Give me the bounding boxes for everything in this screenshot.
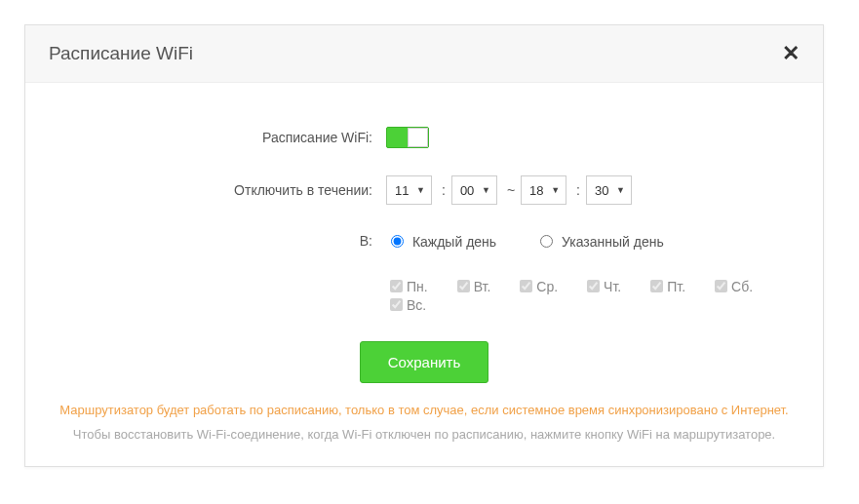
modal-header: Расписание WiFi ✕ — [25, 25, 823, 83]
day-mon[interactable]: Пн. — [386, 277, 428, 295]
toggle-knob — [408, 128, 428, 147]
day-tue-checkbox[interactable] — [457, 280, 470, 292]
close-icon[interactable]: ✕ — [782, 43, 800, 64]
day-mon-checkbox[interactable] — [390, 280, 403, 292]
note-restore-tip: Чтобы восстановить Wi-Fi-соединение, ког… — [55, 427, 794, 442]
day-wed[interactable]: Ср. — [516, 277, 558, 295]
radio-selected-day-label: Указанный день — [562, 234, 664, 250]
radio-selected-day-input[interactable] — [540, 235, 553, 248]
day-wed-checkbox[interactable] — [520, 280, 532, 292]
schedule-label: Расписание WiFi: — [55, 130, 386, 145]
radio-every-day[interactable]: Каждый день — [386, 232, 496, 250]
modal-body: Расписание WiFi: Отключить в течении: 11… — [25, 83, 823, 466]
row-schedule-toggle: Расписание WiFi: — [55, 127, 794, 148]
from-min-select[interactable]: 00 — [451, 175, 497, 205]
save-button[interactable]: Сохранить — [360, 341, 489, 383]
modal-title: Расписание WiFi — [49, 43, 193, 64]
row-save: Сохранить — [55, 341, 794, 383]
radio-selected-day[interactable]: Указанный день — [535, 232, 664, 250]
day-tue[interactable]: Вт. — [453, 277, 491, 295]
day-sat-checkbox[interactable] — [715, 280, 727, 292]
radio-every-day-input[interactable] — [391, 235, 404, 248]
to-hour-select[interactable]: 18 — [521, 175, 566, 205]
to-min-select[interactable]: 30 — [586, 175, 632, 205]
disable-during-label: Отключить в течении: — [55, 182, 386, 198]
day-fri-checkbox[interactable] — [650, 280, 663, 292]
from-hour-select[interactable]: 11 — [386, 175, 432, 205]
day-thu[interactable]: Чт. — [583, 277, 621, 295]
day-thu-checkbox[interactable] — [587, 280, 600, 292]
day-sun[interactable]: Вс. — [386, 295, 426, 314]
schedule-toggle[interactable] — [386, 127, 429, 148]
note-sync-warning: Маршрутизатор будет работать по расписан… — [55, 403, 794, 417]
day-fri[interactable]: Пт. — [646, 277, 685, 295]
row-days: Пн. Вт. Ср. Чт. Пт. Сб. Вс. — [55, 277, 794, 314]
time-colon-2: : — [576, 182, 580, 198]
wifi-schedule-modal: Расписание WiFi ✕ Расписание WiFi: Отклю… — [24, 24, 824, 467]
day-sun-checkbox[interactable] — [390, 298, 403, 311]
radio-every-day-label: Каждый день — [412, 234, 496, 250]
time-range-sep: ~ — [507, 182, 515, 198]
row-time-range: Отключить в течении: 11 : 00 ~ 18 : 30 — [55, 175, 794, 205]
repeat-label: В: — [55, 233, 386, 249]
row-repeat: В: Каждый день Указанный день — [55, 232, 794, 250]
day-sat[interactable]: Сб. — [711, 277, 753, 295]
time-colon-1: : — [442, 182, 446, 198]
